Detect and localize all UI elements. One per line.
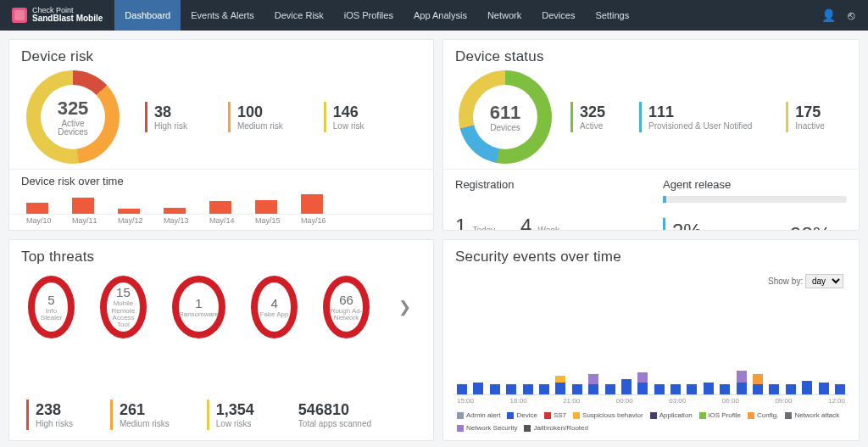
card-top-threats: Top threats 5 Info Stealer 15 Mobile Rem… bbox=[8, 239, 434, 441]
bar bbox=[255, 200, 277, 214]
reg-today: 1 Today bbox=[455, 215, 495, 231]
top-threats-title: Top threats bbox=[9, 240, 433, 269]
stack-segment bbox=[572, 384, 582, 394]
legend-item: Network Security bbox=[457, 424, 517, 432]
legend-item: Admin alert bbox=[457, 411, 500, 419]
agent-release-block: Agent release 2% Latest ⓘ 98% Older bbox=[651, 170, 859, 231]
stat-inactive: 175 Inactive bbox=[786, 102, 824, 132]
stat-total-apps: 546810 Total apps scanned bbox=[292, 400, 371, 430]
stack-column bbox=[572, 384, 582, 394]
bar-label: May/15 bbox=[255, 216, 277, 225]
reg-week: 4 Week bbox=[520, 215, 559, 231]
tab-devices[interactable]: Devices bbox=[531, 0, 585, 31]
threat-ring-rough-ad[interactable]: 66 Rough Ad-Network bbox=[323, 276, 370, 338]
brand-logo-icon bbox=[12, 8, 27, 23]
brand: Check Point SandBlast Mobile bbox=[0, 0, 114, 31]
stack-segment bbox=[457, 384, 467, 394]
time-tick: 15:00 bbox=[457, 397, 474, 405]
legend-swatch-icon bbox=[544, 412, 551, 419]
bar-label: May/11 bbox=[72, 216, 94, 225]
device-risk-donut: 325 Active Devices bbox=[26, 70, 120, 164]
show-by-select[interactable]: day bbox=[805, 274, 843, 288]
stack-segment bbox=[704, 383, 714, 394]
bar-label: May/14 bbox=[209, 216, 231, 225]
threat-ring-mrat[interactable]: 15 Mobile Remote Access Tool bbox=[100, 276, 147, 338]
card-security-events: Security events over time Show by: day 1… bbox=[442, 239, 860, 441]
stack-column bbox=[753, 374, 763, 394]
stack-segment bbox=[786, 384, 796, 394]
time-tick: 21:00 bbox=[563, 397, 580, 405]
bar-label: May/13 bbox=[164, 216, 186, 225]
bar-label: May/12 bbox=[118, 216, 140, 225]
stat-low-risk: 146 Low risk bbox=[324, 102, 364, 132]
stack-column bbox=[473, 383, 483, 394]
time-tick: 03:00 bbox=[669, 397, 686, 405]
stack-column bbox=[769, 384, 779, 394]
legend-swatch-icon bbox=[748, 412, 754, 419]
bar bbox=[209, 201, 231, 214]
legend-item: Device bbox=[507, 411, 537, 419]
legend-item: Config. bbox=[748, 411, 778, 419]
stack-column bbox=[720, 384, 730, 394]
device-status-donut: 611 Devices bbox=[459, 70, 552, 164]
brand-line2: SandBlast Mobile bbox=[32, 14, 103, 24]
tab-settings[interactable]: Settings bbox=[585, 0, 639, 31]
stack-column bbox=[737, 371, 747, 394]
tab-events-alerts[interactable]: Events & Alerts bbox=[181, 0, 264, 31]
stack-column bbox=[523, 384, 533, 394]
legend-item: SS7 bbox=[544, 411, 566, 419]
bar bbox=[26, 203, 48, 214]
stack-column bbox=[621, 379, 632, 394]
stack-segment bbox=[555, 383, 565, 394]
stack-segment bbox=[506, 384, 516, 394]
device-risk-bar-chart bbox=[9, 189, 433, 215]
stack-column bbox=[490, 384, 500, 394]
time-tick: 18:00 bbox=[510, 397, 527, 405]
stack-segment bbox=[753, 384, 763, 394]
stack-segment bbox=[720, 384, 730, 394]
user-icon[interactable]: 👤 bbox=[821, 8, 836, 22]
device-status-title: Device status bbox=[443, 40, 859, 69]
stack-column bbox=[704, 383, 714, 394]
stack-segment bbox=[605, 384, 615, 394]
device-risk-bar-labels: May/10May/11May/12May/13May/14May/15May/… bbox=[9, 215, 433, 230]
stack-segment bbox=[670, 384, 681, 394]
stack-segment bbox=[835, 384, 845, 394]
show-by-label: Show by: bbox=[768, 277, 803, 286]
tab-app-analysis[interactable]: App Analysis bbox=[403, 0, 477, 31]
tab-ios-profiles[interactable]: iOS Profiles bbox=[334, 0, 403, 31]
chevron-right-icon[interactable]: ❯ bbox=[395, 294, 415, 320]
legend-swatch-icon bbox=[650, 412, 657, 419]
agent-older: 98% Older bbox=[790, 223, 847, 231]
top-nav: Check Point SandBlast Mobile Dashboard E… bbox=[0, 0, 868, 31]
legend-swatch-icon bbox=[507, 412, 514, 419]
security-events-chart bbox=[453, 290, 849, 395]
registration-title: Registration bbox=[455, 173, 639, 193]
stack-segment bbox=[687, 384, 697, 394]
tab-device-risk[interactable]: Device Risk bbox=[264, 0, 334, 31]
card-device-risk: Device risk 325 Active Devices 38 High r… bbox=[8, 39, 434, 231]
stat-high-risks: 238 High risks bbox=[26, 400, 73, 430]
active-devices-label2: Devices bbox=[58, 128, 88, 137]
agent-release-title: Agent release bbox=[663, 173, 847, 193]
stack-column bbox=[819, 383, 829, 394]
tab-network[interactable]: Network bbox=[477, 0, 531, 31]
logout-icon[interactable]: ⎋ bbox=[848, 8, 854, 22]
security-events-time-axis: 15:0018:0021:0000:0003:0006:0009:0012:00 bbox=[453, 395, 849, 406]
stack-segment bbox=[555, 376, 565, 383]
time-tick: 09:00 bbox=[775, 397, 792, 405]
stack-column bbox=[506, 384, 516, 394]
stack-column bbox=[654, 384, 665, 394]
legend-swatch-icon bbox=[699, 412, 706, 419]
stat-medium-risk: 100 Medium risk bbox=[228, 102, 283, 132]
stack-segment bbox=[737, 383, 747, 394]
threat-ring-ransomware[interactable]: 1 Ransomware bbox=[172, 276, 225, 338]
stack-segment bbox=[523, 384, 533, 394]
legend-swatch-icon bbox=[573, 412, 580, 419]
threat-ring-info-stealer[interactable]: 5 Info Stealer bbox=[28, 276, 75, 338]
tab-dashboard[interactable]: Dashboard bbox=[114, 0, 181, 31]
threat-ring-fake-app[interactable]: 4 Fake App bbox=[251, 276, 298, 338]
stat-provisioned: 111 Provisioned & User Notified bbox=[639, 102, 752, 132]
devices-total-count: 611 bbox=[490, 102, 521, 124]
legend-swatch-icon bbox=[524, 425, 531, 432]
